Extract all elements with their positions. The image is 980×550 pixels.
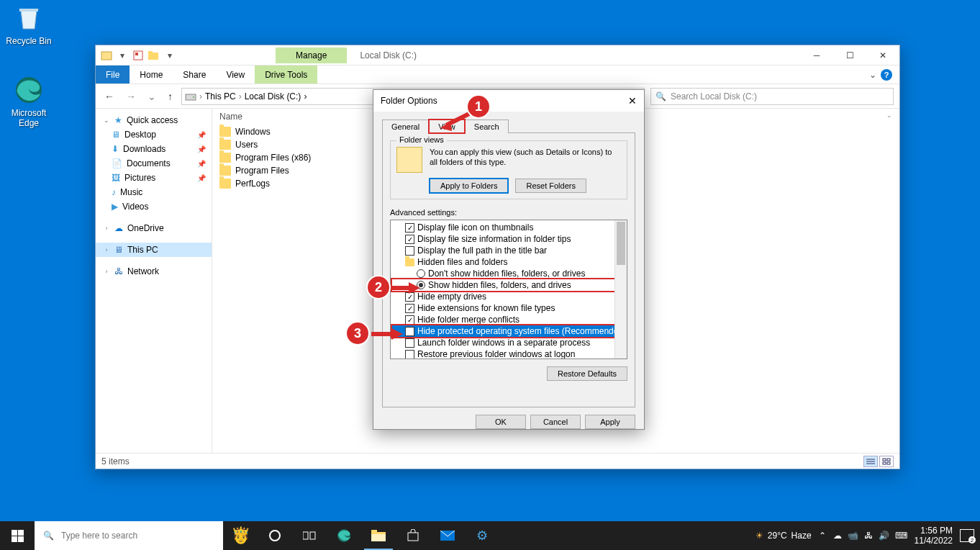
qat-dropdown2-icon[interactable]: ▾ — [163, 49, 176, 62]
tray-meetNow-icon[interactable]: 📹 — [848, 531, 858, 541]
action-center-icon[interactable]: 2 — [960, 529, 974, 542]
taskbar-edge-icon[interactable] — [327, 521, 361, 550]
apply-to-folders-button[interactable]: Apply to Folders — [430, 179, 508, 193]
adv-item[interactable]: ✓Display file size information in folder… — [392, 233, 625, 245]
nav-network[interactable]: ›🖧Network — [96, 264, 212, 279]
adv-item[interactable]: ✓Hide empty drives — [392, 291, 625, 302]
weather-widget[interactable]: ☀ 29°C Haze — [756, 531, 812, 541]
desktop-icon-edge[interactable]: Microsoft Edge — [4, 75, 54, 128]
breadcrumb[interactable]: Local Disk (C:) — [245, 91, 301, 102]
status-text: 5 items — [101, 456, 130, 466]
adv-item[interactable]: ✓Hide folder merge conflicts — [392, 314, 625, 325]
adv-item[interactable]: Display the full path in the title bar — [392, 245, 625, 256]
svg-rect-1 — [101, 52, 112, 60]
taskbar-cortana-icon[interactable] — [258, 521, 292, 550]
contextual-tab-manage[interactable]: Manage — [276, 48, 347, 63]
ribbon-tab-share[interactable]: Share — [173, 66, 216, 84]
adv-item-hide-protected[interactable]: Hide protected operating system files (R… — [392, 325, 625, 337]
nav-onedrive[interactable]: ›☁OneDrive — [96, 221, 212, 235]
dialog-close-button[interactable]: ✕ — [628, 95, 637, 107]
tray-clock[interactable]: 1:56 PM 11/4/2022 — [915, 526, 953, 546]
nav-recent-icon[interactable]: ⌄ — [145, 91, 159, 102]
svg-rect-3 — [135, 53, 138, 55]
svg-rect-12 — [887, 459, 890, 461]
ribbon-tab-home[interactable]: Home — [130, 66, 173, 84]
recycle-bin-icon — [14, 3, 44, 33]
nav-forward-icon[interactable]: → — [123, 91, 139, 102]
apply-button[interactable]: Apply — [585, 415, 635, 429]
taskbar-pharaoh-icon[interactable]: 🤴 — [223, 521, 258, 550]
group-legend: Folder views — [396, 135, 447, 144]
nav-up-icon[interactable]: ↑ — [165, 91, 176, 102]
ribbon-collapse-icon[interactable]: ⌄ — [869, 70, 876, 80]
nav-pictures[interactable]: 🖼Pictures📌 — [96, 171, 212, 185]
search-box[interactable]: 🔍 Search Local Disk (C:) — [650, 88, 894, 105]
tab-general[interactable]: General — [382, 120, 429, 133]
nav-music[interactable]: ♪Music — [96, 185, 212, 199]
advanced-settings-list[interactable]: ✓Display file icon on thumbnails ✓Displa… — [390, 220, 627, 359]
help-icon[interactable]: ? — [881, 69, 892, 81]
ribbon: File Home Share View Drive Tools ⌄ ? — [96, 66, 899, 84]
folder-icon — [219, 153, 231, 163]
ribbon-tab-file[interactable]: File — [96, 66, 130, 84]
svg-rect-20 — [371, 530, 377, 533]
qat-newfolder-icon[interactable] — [148, 49, 160, 62]
nav-desktop[interactable]: 🖥Desktop📌 — [96, 127, 212, 142]
search-placeholder: Search Local Disk (C:) — [671, 91, 757, 102]
ok-button[interactable]: OK — [476, 415, 526, 429]
svg-rect-13 — [883, 462, 886, 464]
desktop-icon-recycle-bin[interactable]: Recycle Bin — [4, 3, 54, 46]
taskbar-search[interactable]: 🔍 Type here to search — [35, 521, 223, 550]
adv-item-radio-show-hidden[interactable]: Show hidden files, folders, and drives — [392, 279, 625, 291]
restore-defaults-button[interactable]: Restore Defaults — [547, 366, 627, 381]
adv-item[interactable]: Launch folder windows in a separate proc… — [392, 337, 625, 348]
tray-language-icon[interactable]: ⌨ — [895, 531, 907, 541]
maximize-button[interactable]: ☐ — [833, 45, 866, 66]
close-button[interactable]: ✕ — [866, 45, 899, 66]
nav-back-icon[interactable]: ← — [101, 91, 117, 102]
svg-rect-14 — [887, 462, 890, 464]
cancel-button[interactable]: Cancel — [530, 415, 581, 429]
annotation-2: 2 — [366, 275, 391, 299]
start-button[interactable] — [0, 521, 35, 550]
search-icon: 🔍 — [655, 91, 666, 102]
view-details-button[interactable] — [863, 456, 878, 467]
qat-properties-icon[interactable] — [132, 49, 145, 62]
svg-rect-17 — [310, 532, 315, 539]
nav-quick-access[interactable]: ⌄★Quick access — [96, 113, 212, 127]
folder-icon — [219, 140, 231, 150]
scrollbar-thumb[interactable] — [617, 222, 625, 265]
adv-item-radio[interactable]: Don't show hidden files, folders, or dri… — [392, 268, 625, 279]
reset-folders-button[interactable]: Reset Folders — [515, 179, 586, 193]
tray-onedrive-icon[interactable]: ☁ — [833, 531, 842, 541]
adv-item[interactable]: ✓Hide extensions for known file types — [392, 302, 625, 314]
scrollbar[interactable] — [614, 220, 627, 359]
minimize-button[interactable]: ─ — [800, 45, 833, 66]
breadcrumb[interactable]: This PC — [205, 91, 236, 102]
qat-dropdown-icon[interactable]: ▾ — [116, 49, 129, 62]
taskbar-app-icon[interactable]: ⚙ — [465, 521, 499, 550]
svg-rect-16 — [303, 532, 308, 539]
ribbon-tab-view[interactable]: View — [216, 66, 255, 84]
adv-item[interactable]: ✓Display file icon on thumbnails — [392, 222, 625, 233]
adv-item[interactable]: Restore previous folder windows at logon — [392, 348, 625, 359]
ribbon-tab-drive-tools[interactable]: Drive Tools — [255, 66, 317, 84]
column-header-name[interactable]: Name — [219, 112, 335, 122]
dialog-titlebar: Folder Options ✕ — [373, 90, 644, 112]
tray-volume-icon[interactable]: 🔊 — [879, 531, 889, 541]
tray-network-icon[interactable]: 🖧 — [864, 531, 873, 541]
taskbar-store-icon[interactable] — [396, 521, 430, 550]
taskbar-explorer-icon[interactable] — [361, 521, 396, 550]
svg-point-7 — [193, 96, 194, 98]
nav-documents[interactable]: 📄Documents📌 — [96, 156, 212, 171]
taskbar-taskview-icon[interactable] — [292, 521, 327, 550]
folder-icon — [219, 166, 231, 176]
tray-overflow-icon[interactable]: ⌃ — [819, 531, 826, 541]
explorer-app-icon[interactable] — [100, 49, 113, 62]
nav-this-pc[interactable]: ›🖥This PC — [96, 243, 212, 257]
nav-downloads[interactable]: ⬇Downloads📌 — [96, 142, 212, 156]
nav-videos[interactable]: ▶Videos — [96, 199, 212, 214]
svg-rect-5 — [148, 51, 153, 53]
taskbar-mail-icon[interactable] — [430, 521, 465, 550]
view-large-button[interactable] — [879, 456, 894, 467]
